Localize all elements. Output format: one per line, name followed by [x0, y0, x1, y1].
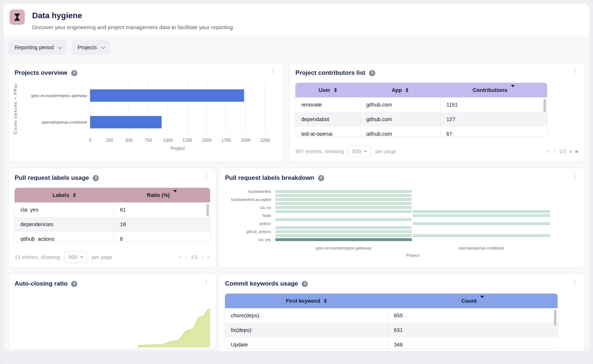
heatmap-cell[interactable]: [413, 194, 550, 197]
commit-keywords-panel: Commit keywords usage ? ⋮ First keywordC…: [219, 274, 585, 351]
heatmap-cell[interactable]: [275, 202, 412, 205]
per-page-suffix: per page: [92, 254, 112, 260]
help-icon[interactable]: ?: [93, 175, 99, 181]
panel-menu-icon[interactable]: ⋮: [268, 67, 278, 75]
auto-closing-panel: Auto-closing ratio ? ⋮: [8, 274, 216, 349]
heatmap-cell[interactable]: [413, 210, 550, 213]
table-row: chore(deps):655: [225, 308, 558, 323]
hourglass-icon: [9, 9, 25, 25]
heatmap-row: hacktoberfest: [225, 189, 578, 193]
heatmap-row: cla: yes: [225, 237, 578, 241]
per-page-value: 500: [352, 148, 361, 154]
table-row: dependencies18: [15, 217, 210, 232]
first-page-button[interactable]: «: [547, 148, 550, 155]
help-icon[interactable]: ?: [318, 175, 324, 181]
tick-label: 1250: [182, 138, 192, 143]
column-header-ratio-[interactable]: Ratio (%): [114, 188, 210, 202]
heatmap-column-labels: grpc-ecosystem/grpc-gatewayopenai/openai…: [275, 246, 578, 250]
heatmap-cell[interactable]: [275, 226, 412, 229]
table-cell: 1151: [440, 97, 547, 112]
heatmap-cell[interactable]: [413, 214, 550, 217]
heatmap-cell[interactable]: [413, 218, 550, 221]
column-header-labels[interactable]: Labels: [15, 188, 114, 202]
heatmap-row-label: cla: no: [225, 205, 275, 210]
help-icon[interactable]: ?: [302, 281, 308, 287]
scrollbar-thumb[interactable]: [206, 204, 209, 216]
sort-updown-icon: [406, 88, 408, 92]
last-page-button[interactable]: »: [207, 253, 210, 261]
chevron-down-icon: [101, 45, 105, 49]
heatmap-cell[interactable]: [275, 222, 412, 225]
column-header-app[interactable]: App: [360, 83, 440, 97]
help-icon[interactable]: ?: [369, 70, 375, 76]
heatmap-row: [225, 209, 578, 213]
panel-menu-icon[interactable]: ⋮: [569, 278, 580, 286]
next-page-button[interactable]: ›: [570, 148, 572, 155]
heatmap-cell[interactable]: [275, 238, 412, 241]
heatmap-cell[interactable]: [413, 238, 550, 241]
column-header-contributions[interactable]: Contributions: [440, 83, 547, 97]
reporting-period-filter[interactable]: Reporting period: [8, 40, 67, 55]
heatmap-cell[interactable]: [275, 198, 412, 201]
commit-keywords-table: First keywordCountchore(deps):655fix(dep…: [225, 294, 558, 348]
heatmap-row-label: Stale: [225, 213, 275, 218]
heatmap-cell[interactable]: [275, 194, 412, 197]
heatmap-cell[interactable]: [413, 230, 550, 233]
next-page-button[interactable]: ›: [201, 253, 204, 261]
per-page-select[interactable]: 500: [348, 146, 372, 157]
table-row: Update346: [225, 337, 558, 348]
bar[interactable]: [90, 89, 244, 102]
pagination: « ‹ 1/2 › »: [547, 148, 578, 155]
heatmap-cell[interactable]: [413, 234, 550, 237]
page-title: Data hygiene: [32, 11, 82, 20]
table-row: dependabotgithub.com127: [295, 112, 547, 127]
column-header-first-keyword[interactable]: First keyword: [225, 294, 388, 308]
last-page-button[interactable]: »: [575, 148, 578, 155]
table-cell: 346: [388, 337, 558, 348]
labels-breakdown-panel: Pull request labels breakdown ? ⋮ hackto…: [219, 168, 585, 268]
per-page-select[interactable]: 500: [64, 251, 88, 263]
prev-page-button[interactable]: ‹: [185, 253, 187, 261]
scrollbar-thumb[interactable]: [554, 310, 557, 326]
bar[interactable]: [90, 116, 162, 128]
heatmap-cell[interactable]: [275, 234, 412, 237]
panel-menu-icon[interactable]: ⋮: [569, 173, 580, 180]
projects-filter[interactable]: Projects: [71, 40, 110, 55]
heatmap-cell[interactable]: [275, 206, 412, 209]
caret-down-icon: [364, 151, 367, 152]
heatmap-cell[interactable]: [275, 218, 412, 221]
tick-label: 2250: [260, 138, 270, 143]
category-label: openai/openai-cookbook: [42, 120, 88, 124]
panel-title: Pull request labels breakdown: [225, 174, 314, 182]
column-header-user[interactable]: User: [295, 83, 360, 97]
panel-menu-icon[interactable]: ⋮: [201, 173, 212, 180]
column-label: Count: [461, 298, 477, 304]
panel-title: Project contributors list: [295, 69, 365, 77]
heatmap-cell[interactable]: [413, 206, 550, 209]
heatmap-cell[interactable]: [275, 190, 412, 193]
panel-title: Projects overview: [15, 69, 67, 77]
column-header-count[interactable]: Count: [388, 294, 558, 308]
scrollbar-thumb[interactable]: [543, 99, 546, 112]
panel-menu-icon[interactable]: ⋮: [201, 278, 212, 286]
page-indicator: 1/1: [191, 254, 198, 260]
pagination: « ‹ 1/1 › »: [179, 253, 210, 261]
heatmap-cell[interactable]: [413, 198, 550, 201]
heatmap-row-label: hacktoberfest-accepted: [225, 197, 275, 202]
heatmap-cell[interactable]: [413, 202, 550, 205]
heatmap-cell[interactable]: [413, 222, 550, 225]
heatmap-cell[interactable]: [275, 214, 412, 217]
help-icon[interactable]: ?: [71, 70, 77, 76]
heatmap-cell[interactable]: [413, 190, 550, 193]
table-cell: 67: [440, 127, 547, 136]
prev-page-button[interactable]: ‹: [554, 148, 556, 155]
first-page-button[interactable]: «: [179, 253, 182, 261]
contributors-table: UserAppContributionsrenovategithub.com11…: [295, 83, 547, 136]
page-indicator: 1/2: [559, 148, 566, 154]
heatmap-cell[interactable]: [275, 210, 412, 213]
panel-menu-icon[interactable]: ⋮: [569, 67, 580, 75]
help-icon[interactable]: ?: [71, 281, 77, 287]
tick-label: 1750: [221, 138, 231, 143]
heatmap-cell[interactable]: [275, 230, 412, 233]
heatmap-cell[interactable]: [413, 226, 550, 229]
